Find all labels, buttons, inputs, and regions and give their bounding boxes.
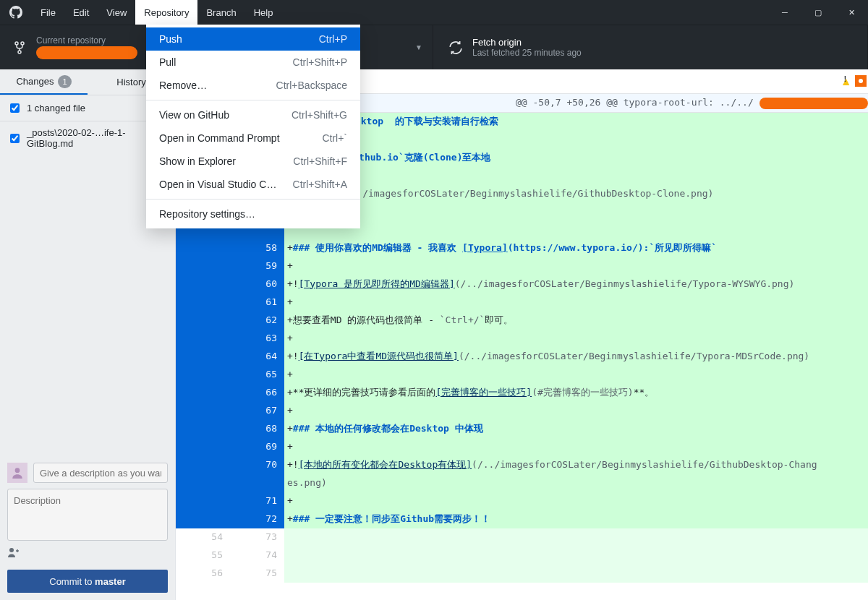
diff-line[interactable]: 61+ bbox=[176, 293, 868, 312]
window-controls: ─ ▢ ✕ bbox=[768, 0, 868, 25]
changed-files-count: 1 changed file bbox=[27, 103, 85, 113]
menu-branch[interactable]: Branch bbox=[197, 0, 244, 25]
add-coauthor-icon bbox=[7, 547, 19, 558]
diff-line[interactable]: 69+ bbox=[176, 438, 868, 456]
svg-point-3 bbox=[15, 468, 20, 473]
diff-line[interactable]: 70+![本地的所有变化都会在Desktop有体现](/../imagesfor… bbox=[176, 456, 868, 474]
file-checkbox[interactable] bbox=[10, 134, 20, 143]
modified-badge-icon bbox=[855, 75, 867, 87]
diff-line[interactable]: 64+![在Typora中查看MD源代码也很简单](/../imagesforC… bbox=[176, 348, 868, 366]
menu-item-remove-[interactable]: Remove…Ctrl+Backspace bbox=[146, 74, 360, 97]
repository-menu-dropdown[interactable]: PushCtrl+PPullCtrl+Shift+PRemove…Ctrl+Ba… bbox=[146, 25, 360, 228]
menu-help[interactable]: Help bbox=[245, 0, 282, 25]
diff-line[interactable]: 5574 bbox=[176, 547, 868, 565]
select-all-checkbox[interactable] bbox=[10, 103, 20, 113]
avatar bbox=[7, 463, 27, 483]
diff-line[interactable]: 68+### 本地的任何修改都会在Desktop 中体现 bbox=[176, 420, 868, 438]
tab-changes-label: Changes bbox=[16, 76, 54, 87]
fetch-label: Fetch origin bbox=[472, 37, 582, 48]
repo-label: Current repository bbox=[36, 35, 137, 46]
menu-item-push[interactable]: PushCtrl+P bbox=[146, 27, 360, 51]
close-button[interactable]: ✕ bbox=[835, 0, 868, 25]
menu-item-open-in-visual-studio-c-[interactable]: Open in Visual Studio C…Ctrl+Shift+A bbox=[146, 173, 360, 196]
tab-changes[interactable]: Changes 1 bbox=[0, 69, 88, 95]
menu-item-pull[interactable]: PullCtrl+Shift+P bbox=[146, 51, 360, 74]
menu-file[interactable]: File bbox=[32, 0, 64, 25]
github-logo-icon bbox=[7, 4, 25, 21]
svg-point-4 bbox=[9, 548, 14, 552]
menu-edit[interactable]: Edit bbox=[64, 0, 98, 25]
diff-line[interactable]: 72+### 一定要注意！同步至Github需要两步！！ bbox=[176, 510, 868, 528]
diff-line[interactable]: 63+ bbox=[176, 330, 868, 348]
content: Changes 1 History 1 changed file _posts\… bbox=[0, 69, 868, 600]
commit-button[interactable]: Commit to master bbox=[7, 570, 168, 593]
diff-line[interactable]: 60+![Typora 是所见即所得的MD编辑器](/../imagesforC… bbox=[176, 275, 868, 293]
diff-line[interactable]: es.png) bbox=[176, 474, 868, 492]
file-name: _posts\2020-02-…ife-1-GitBlog.md bbox=[27, 127, 157, 149]
menu-repository[interactable]: Repository bbox=[135, 0, 197, 25]
repo-value bbox=[36, 46, 137, 59]
svg-point-0 bbox=[15, 42, 18, 45]
svg-point-2 bbox=[18, 51, 21, 53]
diff-line[interactable]: 5473 bbox=[176, 528, 868, 547]
diff-line[interactable]: 59+ bbox=[176, 257, 868, 275]
fetch-sublabel: Last fetched 25 minutes ago bbox=[472, 48, 582, 58]
titlebar: FileEditViewRepositoryBranchHelp ─ ▢ ✕ bbox=[0, 0, 868, 25]
tab-history-label: History bbox=[116, 77, 145, 87]
menu-item-repository-settings-[interactable]: Repository settings… bbox=[146, 202, 360, 226]
diff-line[interactable]: 67+ bbox=[176, 402, 868, 420]
changes-count-badge: 1 bbox=[58, 75, 71, 88]
fork-icon bbox=[12, 41, 27, 54]
description-input[interactable] bbox=[7, 489, 168, 541]
diff-line[interactable]: 58+### 使用你喜欢的MD编辑器 - 我喜欢 [Typora](https:… bbox=[176, 239, 868, 257]
diff-line[interactable]: 71+ bbox=[176, 492, 868, 510]
menu-view[interactable]: View bbox=[98, 0, 135, 25]
diff-line[interactable]: 5675 bbox=[176, 565, 868, 583]
coauthor-row[interactable] bbox=[7, 547, 168, 564]
maximize-button[interactable]: ▢ bbox=[801, 0, 835, 25]
warning-icon[interactable]: ▲ bbox=[841, 75, 852, 88]
menu-item-open-in-command-prompt[interactable]: Open in Command PromptCtrl+` bbox=[146, 127, 360, 150]
fetch-origin-button[interactable]: Fetch origin Last fetched 25 minutes ago bbox=[433, 25, 868, 69]
diff-line[interactable]: 65+ bbox=[176, 366, 868, 384]
minimize-button[interactable]: ─ bbox=[768, 0, 801, 25]
menubar: FileEditViewRepositoryBranchHelp bbox=[32, 0, 281, 25]
menu-item-show-in-explorer[interactable]: Show in ExplorerCtrl+Shift+F bbox=[146, 150, 360, 173]
menu-item-view-on-github[interactable]: View on GitHubCtrl+Shift+G bbox=[146, 103, 360, 127]
diff-line[interactable]: 66+**更详细的完善技巧请参看后面的[完善博客的一些技巧](#完善博客的一些技… bbox=[176, 384, 868, 402]
toolbar: Current repository ▼ ▼ Fetch origin Last… bbox=[0, 25, 868, 69]
chevron-down-icon: ▼ bbox=[415, 43, 422, 51]
sync-icon bbox=[448, 41, 464, 54]
commit-form: Commit to master bbox=[0, 455, 175, 600]
summary-input[interactable] bbox=[33, 463, 168, 483]
svg-point-1 bbox=[21, 42, 24, 45]
diff-line[interactable]: 62+想要查看MD 的源代码也很简单 - `Ctrl+/`即可。 bbox=[176, 312, 868, 330]
